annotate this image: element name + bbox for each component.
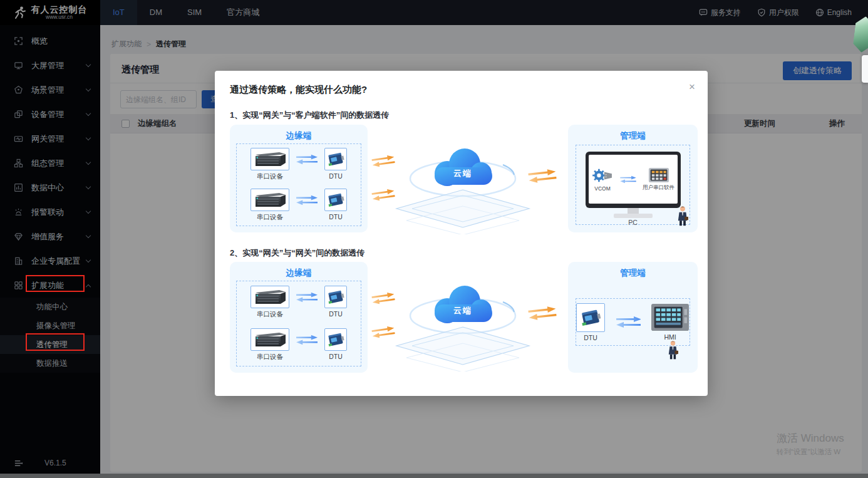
device-label: DTU: [329, 213, 343, 221]
device-label: 串口设备: [257, 353, 283, 361]
device-label: DTU: [329, 353, 343, 360]
bidirectional-arrow-icon: [615, 316, 641, 328]
bidirectional-arrow-icon: [295, 335, 319, 345]
cloud-label: 云端: [438, 305, 488, 316]
serial-software-label: 用户串口软件: [643, 184, 674, 192]
device-pair: 串口设备 DTU: [251, 189, 347, 222]
cloud-illustration: [369, 125, 568, 234]
device-label: DTU: [584, 334, 597, 341]
close-icon[interactable]: ×: [689, 81, 695, 93]
pc-label: PC: [586, 219, 681, 226]
annotation-box-passthrough: [26, 333, 85, 351]
manage-panel-title: 管理端: [568, 268, 698, 279]
businessman-figure: [677, 205, 688, 227]
dialog-title: 通过透传策略，能实现什么功能?: [230, 84, 367, 96]
businessman-figure: [668, 340, 678, 360]
bidirectional-arrow-icon: [619, 175, 637, 184]
dtu-image: [324, 286, 347, 308]
device-label: DTU: [329, 310, 343, 318]
serial-software-icon: [648, 167, 669, 183]
device-pair: 串口设备 DTU: [251, 328, 347, 361]
serial-device-image: [251, 328, 289, 351]
diagram-gateway-to-gateway: 边缘端 串口设备 DTU 串口设备 DTU 云端 管理端: [230, 262, 698, 376]
edge-panel: 边缘端 串口设备 DTU 串口设备 DTU: [230, 262, 368, 373]
diagram-gateway-to-client: 边缘端 串口设备 DTU 串口设备 DTU 云端 管理端: [230, 125, 698, 235]
edge-panel: 边缘端 串口设备 DTU 串口设备 DTU: [230, 125, 368, 232]
section-2-heading: 2、实现“网关”与“网关”间的数据透传: [230, 247, 364, 259]
serial-device-image: [251, 286, 289, 308]
help-tab[interactable]: [862, 55, 868, 83]
serial-device-image: [251, 148, 289, 170]
cloud-scene: 云端: [369, 125, 568, 235]
device-label: DTU: [329, 172, 343, 180]
vcom-icon: [591, 167, 614, 184]
annotation-box-extend: [26, 275, 85, 292]
passthrough-info-dialog: 通过透传策略，能实现什么功能? × 1、实现“网关”与“客户端软件”间的数据透传…: [215, 71, 708, 396]
bidirectional-arrow-icon: [295, 292, 319, 303]
section-1-heading: 1、实现“网关”与“客户端软件”间的数据透传: [230, 110, 389, 121]
manage-panel-title: 管理端: [568, 130, 698, 142]
serial-device-image: [251, 189, 289, 211]
edge-panel-title: 边缘端: [230, 130, 368, 142]
dtu-image: [324, 148, 347, 170]
dtu-image: [324, 189, 347, 211]
bidirectional-arrow-icon: [295, 154, 319, 165]
hmi-image: [651, 303, 690, 331]
manage-panel: 管理端 DTU HMI: [568, 262, 698, 373]
vcom-label: VCOM: [594, 185, 611, 192]
pc-monitor-image: VCOM 用户串口软件 PC: [586, 152, 681, 226]
device-label: 串口设备: [257, 310, 283, 319]
device-pair: 串口设备 DTU: [251, 286, 347, 319]
dtu-image: [576, 303, 605, 332]
device-label: 串口设备: [257, 213, 283, 222]
device-pair: 串口设备 DTU: [251, 148, 347, 181]
edge-panel-title: 边缘端: [230, 268, 368, 279]
device-label: 串口设备: [257, 172, 283, 181]
cloud-illustration: [369, 262, 568, 371]
manage-panel: 管理端 VCOM 用户串口软件: [568, 125, 698, 232]
cloud-label: 云端: [438, 168, 488, 179]
bidirectional-arrow-icon: [295, 195, 319, 205]
dtu-image: [324, 328, 347, 351]
cloud-scene: 云端: [369, 262, 568, 376]
